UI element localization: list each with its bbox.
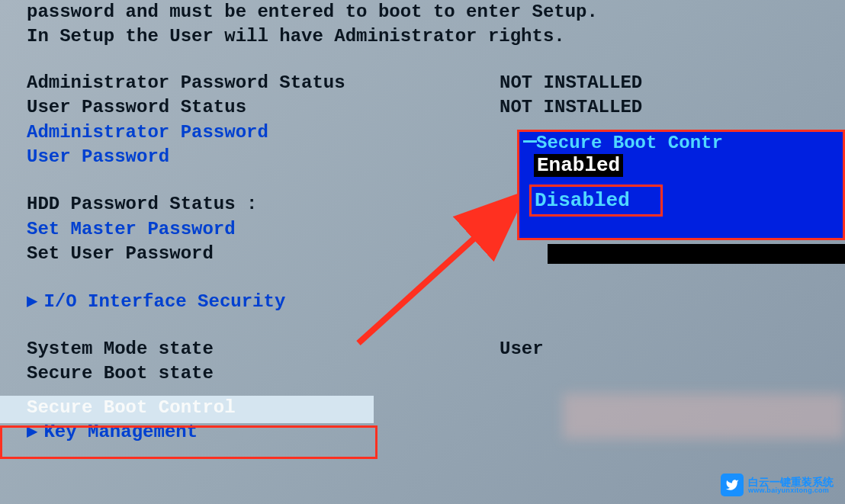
annotation-highlight-box — [0, 425, 378, 459]
popup-option-disabled[interactable]: Disabled — [529, 185, 663, 217]
user-password-status-label: User Password Status — [27, 95, 500, 120]
admin-password-status-value: NOT INSTALLED — [500, 71, 818, 95]
set-master-password-item[interactable]: Set Master Password — [27, 217, 500, 242]
user-password-status-value: NOT INSTALLED — [500, 95, 818, 120]
watermark-bird-icon — [721, 474, 744, 496]
secure-boot-state-value — [500, 361, 818, 386]
hdd-password-status-label: HDD Password Status : — [27, 192, 500, 217]
io-interface-security-item[interactable]: I/O Interface Security — [43, 290, 285, 314]
bios-header-line2: In Setup the User will have Administrato… — [27, 24, 818, 49]
secure-boot-popup: Secure Boot Contr Enabled Disabled — [517, 130, 845, 240]
popup-shadow — [548, 244, 845, 264]
submenu-arrow-icon: ▶ — [27, 290, 37, 314]
system-mode-state-value: User — [500, 337, 818, 361]
popup-title: Secure Boot Contr — [536, 130, 723, 153]
bios-header-line1: password and must be entered to boot to … — [27, 0, 818, 24]
admin-password-item[interactable]: Administrator Password — [27, 120, 500, 145]
popup-option-enabled[interactable]: Enabled — [534, 154, 623, 177]
blur-overlay — [563, 393, 845, 439]
secure-boot-state-label: Secure Boot state — [27, 361, 500, 386]
user-password-item[interactable]: User Password — [27, 145, 500, 169]
watermark: 白云一键重装系统 www.baiyunxitong.com — [721, 474, 834, 496]
set-user-password-item[interactable]: Set User Password — [27, 242, 500, 266]
admin-password-status-label: Administrator Password Status — [27, 71, 500, 95]
watermark-text-cn: 白云一键重装系统 — [748, 477, 834, 487]
system-mode-state-label: System Mode state — [27, 337, 500, 361]
watermark-text-url: www.baiyunxitong.com — [748, 487, 834, 494]
